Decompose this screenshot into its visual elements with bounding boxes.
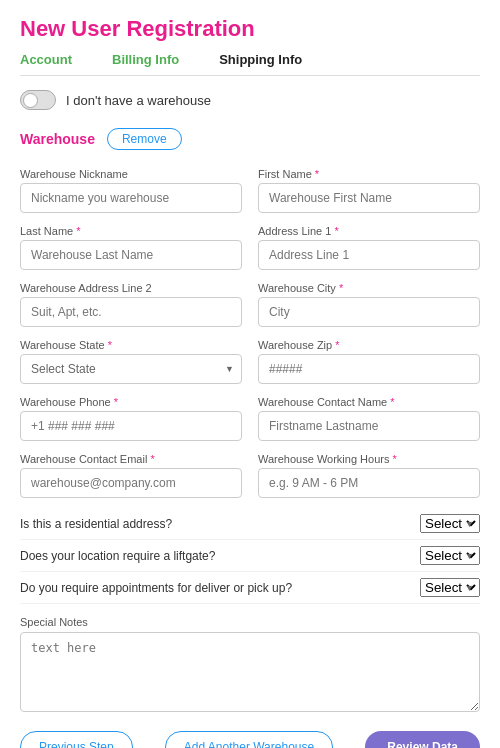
add-warehouse-button[interactable]: Add Another Warehouse xyxy=(165,731,333,748)
label-zip: Warehouse Zip * xyxy=(258,339,480,351)
label-state: Warehouse State * xyxy=(20,339,242,351)
review-data-button[interactable]: Review Data xyxy=(365,731,480,748)
row-liftgate: Does your location require a liftgate? S… xyxy=(20,540,480,572)
field-address-line-1: Address Line 1 * xyxy=(258,225,480,270)
label-city: Warehouse City * xyxy=(258,282,480,294)
field-contact-email: Warehouse Contact Email * xyxy=(20,453,242,498)
step-billing[interactable]: Billing Info xyxy=(112,52,179,67)
select-residential[interactable]: Select Yes No xyxy=(420,514,480,533)
label-warehouse-nickname: Warehouse Nickname xyxy=(20,168,242,180)
label-liftgate: Does your location require a liftgate? xyxy=(20,549,420,563)
input-zip[interactable] xyxy=(258,354,480,384)
field-city: Warehouse City * xyxy=(258,282,480,327)
nav-steps: Account Billing Info Shipping Info xyxy=(20,52,480,76)
input-city[interactable] xyxy=(258,297,480,327)
previous-step-button[interactable]: Previous Step xyxy=(20,731,133,748)
label-residential: Is this a residential address? xyxy=(20,517,420,531)
label-contact-name: Warehouse Contact Name * xyxy=(258,396,480,408)
input-address-line-2[interactable] xyxy=(20,297,242,327)
label-address-line-2: Warehouse Address Line 2 xyxy=(20,282,242,294)
special-notes-textarea[interactable] xyxy=(20,632,480,712)
field-contact-name: Warehouse Contact Name * xyxy=(258,396,480,441)
warehouse-toggle[interactable] xyxy=(20,90,56,110)
liftgate-select-wrapper: Select Yes No xyxy=(420,546,480,565)
toggle-row: I don't have a warehouse xyxy=(20,90,480,110)
input-address-line-1[interactable] xyxy=(258,240,480,270)
row-appointments: Do you require appointments for deliver … xyxy=(20,572,480,604)
field-state: Warehouse State * Select State xyxy=(20,339,242,384)
field-zip: Warehouse Zip * xyxy=(258,339,480,384)
field-last-name: Last Name * xyxy=(20,225,242,270)
input-first-name[interactable] xyxy=(258,183,480,213)
yes-no-rows: Is this a residential address? Select Ye… xyxy=(20,508,480,604)
input-phone[interactable] xyxy=(20,411,242,441)
field-warehouse-nickname: Warehouse Nickname xyxy=(20,168,242,213)
label-first-name: First Name * xyxy=(258,168,480,180)
special-notes-label: Special Notes xyxy=(20,616,480,628)
field-first-name: First Name * xyxy=(258,168,480,213)
label-address-line-1: Address Line 1 * xyxy=(258,225,480,237)
bottom-actions: Previous Step Add Another Warehouse Revi… xyxy=(20,731,480,748)
state-select-wrapper: Select State xyxy=(20,354,242,384)
input-contact-name[interactable] xyxy=(258,411,480,441)
select-liftgate[interactable]: Select Yes No xyxy=(420,546,480,565)
residential-select-wrapper: Select Yes No xyxy=(420,514,480,533)
step-account[interactable]: Account xyxy=(20,52,72,67)
special-notes-section: Special Notes xyxy=(20,616,480,715)
label-appointments: Do you require appointments for deliver … xyxy=(20,581,420,595)
warehouse-header: Warehouse Remove xyxy=(20,128,480,150)
label-phone: Warehouse Phone * xyxy=(20,396,242,408)
input-last-name[interactable] xyxy=(20,240,242,270)
select-appointments[interactable]: Select Yes No xyxy=(420,578,480,597)
field-address-line-2: Warehouse Address Line 2 xyxy=(20,282,242,327)
label-last-name: Last Name * xyxy=(20,225,242,237)
field-working-hours: Warehouse Working Hours * xyxy=(258,453,480,498)
appointments-select-wrapper: Select Yes No xyxy=(420,578,480,597)
step-shipping[interactable]: Shipping Info xyxy=(219,52,302,67)
select-state[interactable]: Select State xyxy=(20,354,242,384)
input-working-hours[interactable] xyxy=(258,468,480,498)
label-working-hours: Warehouse Working Hours * xyxy=(258,453,480,465)
label-contact-email: Warehouse Contact Email * xyxy=(20,453,242,465)
toggle-label: I don't have a warehouse xyxy=(66,93,211,108)
field-phone: Warehouse Phone * xyxy=(20,396,242,441)
input-warehouse-nickname[interactable] xyxy=(20,183,242,213)
page-title: New User Registration xyxy=(20,16,480,42)
warehouse-form: Warehouse Nickname First Name * Last Nam… xyxy=(20,168,480,498)
warehouse-section-title: Warehouse xyxy=(20,131,95,147)
input-contact-email[interactable] xyxy=(20,468,242,498)
remove-warehouse-button[interactable]: Remove xyxy=(107,128,182,150)
row-residential: Is this a residential address? Select Ye… xyxy=(20,508,480,540)
